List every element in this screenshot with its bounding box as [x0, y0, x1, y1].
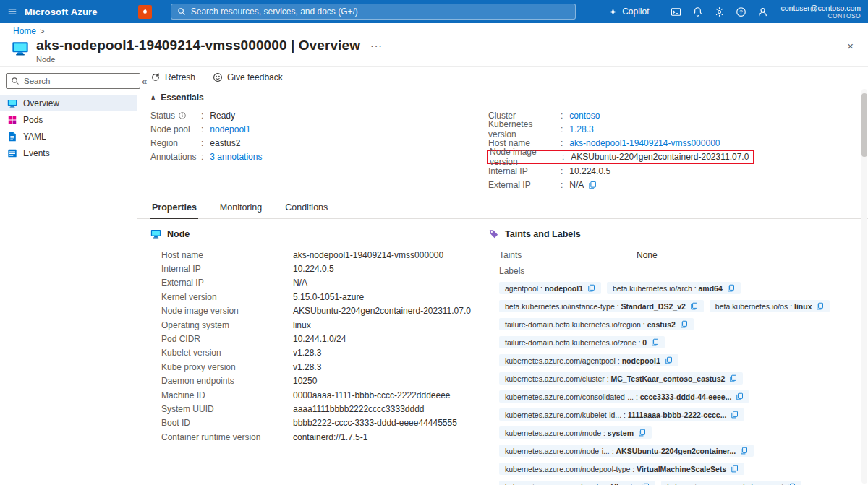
sidebar-item-yaml[interactable]: YAML: [0, 128, 137, 145]
feedback-person-icon[interactable]: [757, 7, 768, 17]
essentials-header[interactable]: ∧ Essentials: [150, 93, 868, 103]
copy-icon[interactable]: [731, 465, 739, 473]
label-pill-text: beta.kubernetes.io/arch : amd64: [613, 284, 723, 293]
essentials-field-node-pool: Node pool:nodepool1: [150, 122, 488, 136]
notifications-icon[interactable]: [692, 7, 703, 17]
copy-icon[interactable]: [729, 374, 737, 382]
cloud-shell-icon[interactable]: [671, 7, 681, 17]
copy-icon[interactable]: [740, 447, 748, 455]
hamburger-menu-icon[interactable]: [0, 0, 25, 23]
orange-badge-icon[interactable]: [138, 5, 152, 19]
global-search[interactable]: [171, 4, 576, 20]
taints-section-title: Taints and Labels: [505, 229, 581, 239]
tab-conditions[interactable]: Conditions: [284, 198, 329, 218]
azure-brand[interactable]: Microsoft Azure: [25, 7, 98, 17]
property-row: External IPN/A: [150, 276, 488, 290]
label-pill: kubernetes.azure.com/mode : system: [499, 426, 652, 439]
copy-icon[interactable]: [665, 356, 673, 364]
property-label: Container runtime version: [161, 432, 293, 442]
global-search-input[interactable]: [191, 7, 569, 17]
field-value[interactable]: aks-nodepool1-19409214-vmss000000: [569, 138, 720, 148]
workspace: « OverviewPodsYAMLEvents RefreshGive fee…: [0, 66, 868, 485]
field-value[interactable]: contoso: [569, 111, 600, 121]
copy-icon[interactable]: [736, 392, 744, 400]
refresh-button[interactable]: Refresh: [150, 72, 195, 82]
essentials-left-column: Status:ReadyNode pool:nodepool1Region:ea…: [150, 108, 488, 192]
scrollbar[interactable]: [861, 89, 867, 484]
property-label: Kube proxy version: [161, 362, 293, 372]
label-pill: kubernetes.azure.com/nodepool-type : Vir…: [499, 463, 744, 475]
essentials-field-kubernetes-version: Kubernetes version:1.28.3: [488, 122, 754, 136]
copy-icon[interactable]: [651, 338, 659, 346]
essentials-field-external-ip: External IP:N/A: [488, 178, 754, 192]
field-value: 10.224.0.5: [569, 166, 610, 176]
field-label: Annotations: [150, 152, 201, 162]
field-colon: :: [201, 152, 203, 162]
property-value: 10250: [293, 376, 317, 386]
node-icon: [150, 228, 161, 239]
property-value: v1.28.3: [293, 362, 321, 372]
property-label: System UUID: [161, 404, 293, 414]
copy-icon[interactable]: [680, 320, 688, 328]
tab-monitoring[interactable]: Monitoring: [218, 198, 263, 218]
scrollbar-thumb[interactable]: [861, 93, 867, 157]
field-label: External IP: [488, 180, 561, 190]
property-value: AKSUbuntu-2204gen2containerd-202311.07.0: [293, 306, 471, 316]
copy-icon[interactable]: [816, 302, 824, 310]
more-options-button[interactable]: ···: [370, 40, 383, 51]
essentials-field-status: Status:Ready: [150, 108, 488, 122]
copy-icon[interactable]: [588, 181, 597, 189]
field-value[interactable]: 3 annotations: [210, 152, 262, 162]
field-label: Status: [150, 111, 201, 121]
property-label: Boot ID: [161, 418, 293, 428]
node-resource-icon: [12, 40, 29, 57]
give-feedback-button[interactable]: Give feedback: [213, 72, 283, 82]
copy-icon[interactable]: [587, 284, 595, 292]
sidebar-item-pods[interactable]: Pods: [0, 111, 137, 128]
property-row: Operating systemlinux: [150, 318, 488, 332]
label-pill: kubernetes.azure.com/node-i... : AKSUbun…: [499, 445, 754, 457]
property-row: Pod CIDR10.244.1.0/24: [150, 332, 488, 345]
settings-icon[interactable]: [714, 7, 725, 17]
field-value: eastus2: [210, 138, 240, 148]
account-info[interactable]: contuser@contoso.com CONTOSO: [781, 4, 861, 20]
help-icon[interactable]: ?: [736, 7, 746, 17]
resource-type-label: Node: [36, 55, 383, 64]
tab-properties[interactable]: Properties: [150, 198, 198, 219]
copy-icon[interactable]: [731, 411, 739, 419]
label-pill: failure-domain.beta.kubernetes.io/zone :…: [499, 336, 665, 348]
copilot-icon: [608, 7, 618, 17]
essentials-section: ∧ Essentials Status:ReadyNode pool:nodep…: [137, 87, 868, 198]
field-colon: :: [561, 166, 563, 176]
field-value[interactable]: nodepool1: [210, 124, 250, 134]
label-pill-text: failure-domain.beta.kubernetes.io/region…: [505, 320, 676, 329]
copy-icon[interactable]: [690, 302, 698, 310]
toolbar-button-label: Refresh: [165, 72, 195, 82]
property-row: Daemon endpoints10250: [150, 374, 488, 388]
account-tenant: CONTOSO: [781, 12, 861, 20]
breadcrumb: Home >: [13, 26, 44, 36]
node-properties-section: Node Host nameaks-nodepool1-19409214-vms…: [150, 228, 488, 485]
sidebar-item-events[interactable]: Events: [0, 145, 137, 161]
topbar: Microsoft Azure Copilot ? contuser@conto…: [0, 0, 868, 23]
copilot-label: Copilot: [622, 7, 649, 17]
label-pill: kubernetes.azure.com/os-sku : Ubuntu: [499, 481, 655, 485]
label-pill-text: agentpool : nodepool1: [505, 284, 583, 293]
page-header: aks-nodepool1-19409214-vmss000000 | Over…: [12, 38, 383, 64]
sidebar-item-label: Events: [23, 148, 50, 158]
property-value: linux: [293, 320, 311, 330]
taints-value: None: [637, 250, 658, 260]
field-colon: :: [201, 138, 203, 148]
info-icon[interactable]: [178, 111, 187, 120]
close-blade-button[interactable]: ×: [847, 40, 854, 51]
field-value[interactable]: 1.28.3: [569, 124, 593, 134]
breadcrumb-home-link[interactable]: Home: [13, 26, 36, 36]
copilot-button[interactable]: Copilot: [608, 7, 649, 17]
sidebar-search[interactable]: [6, 73, 140, 89]
copy-icon[interactable]: [638, 429, 646, 437]
sidebar-item-overview[interactable]: Overview: [0, 95, 137, 111]
property-value: bbbb2222-cccc-3333-dddd-eeee44445555: [293, 418, 457, 428]
sidebar-search-input[interactable]: [24, 77, 135, 85]
copy-icon[interactable]: [727, 284, 735, 292]
property-value: 10.244.1.0/24: [293, 334, 346, 344]
